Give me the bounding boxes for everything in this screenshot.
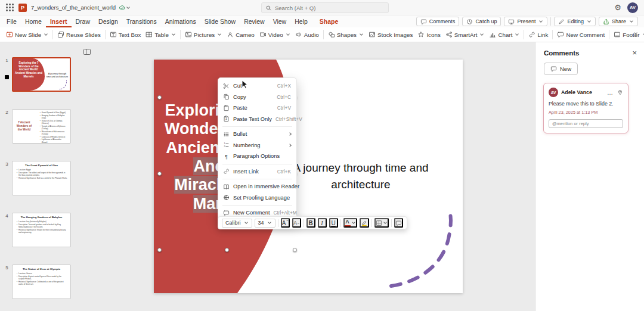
selection-handle[interactable] — [157, 95, 162, 99]
ribbon-group-divider — [524, 30, 524, 39]
ribbon-button-label: Reuse Slides — [66, 32, 101, 38]
comment-reply-input[interactable] — [549, 119, 623, 128]
slide-thumbnail-2[interactable]: 7 Ancient Wonders of the WorldGreat Pyra… — [12, 109, 71, 144]
powerpoint-icon[interactable]: P — [18, 4, 27, 12]
context-menu-item-paragraph-options[interactable]: ¶Paragraph Options — [218, 151, 296, 162]
ribbon-button-new-comment[interactable]: New Comment — [555, 29, 607, 41]
menu-tab-design[interactable]: Design — [94, 15, 122, 27]
slide-subtitle-textbox[interactable]: A journey through time and architecture — [280, 160, 441, 192]
filename-chevron-icon[interactable] — [126, 5, 130, 9]
catch-up-button[interactable]: Catch up — [462, 17, 501, 26]
comment-card[interactable]: AV Adele Vance … Please move this to Sli… — [543, 83, 628, 133]
context-menu-item-paste-text-only[interactable]: APaste Text OnlyCtrl+Shift+V — [218, 114, 296, 125]
bold-button[interactable]: B — [306, 218, 315, 228]
settings-gear-icon[interactable]: ⚙ — [614, 4, 621, 11]
share-button[interactable]: Share — [599, 17, 638, 26]
menu-tab-transitions[interactable]: Transitions — [122, 15, 161, 27]
app-launcher-icon[interactable] — [6, 4, 14, 11]
ribbon-button-table[interactable]: Table — [143, 29, 178, 41]
present-button[interactable]: Present — [504, 17, 547, 26]
comment-more-options-icon[interactable]: … — [606, 91, 614, 94]
grow-font-button[interactable]: A^ — [281, 218, 290, 228]
selection-handle[interactable] — [157, 172, 162, 176]
ribbon-button-audio[interactable]: Audio — [293, 29, 321, 41]
close-comments-icon[interactable]: × — [632, 49, 637, 57]
shortcut-label: Ctrl+Shift+V — [275, 116, 302, 122]
menu-tab-file[interactable]: File — [2, 15, 21, 27]
shrink-font-button[interactable]: A^ — [292, 218, 301, 228]
thumb-purple-arc — [59, 80, 67, 89]
editing-mode-button[interactable]: Editing — [554, 17, 596, 26]
thumb-title: The Hanging Gardens of Babylon — [13, 213, 70, 219]
dropdown-chevron-icon — [360, 32, 363, 36]
slide-canvas[interactable]: Exploring the 7 Wonders of the Ancient W… — [154, 60, 463, 293]
ribbon-button-reuse-slides[interactable]: Reuse Slides — [55, 29, 103, 41]
new-comment-button[interactable]: New — [544, 63, 578, 75]
context-menu-item-open-in-immersive-reader[interactable]: Open in Immersive Reader — [218, 181, 296, 192]
context-menu-item-numbering[interactable]: 12Numbering — [218, 140, 296, 151]
font-name-select[interactable]: Calibri — [222, 219, 252, 228]
slide-thumbnail-1[interactable]: Exploring the 7 Wonders of the Ancient W… — [12, 57, 71, 92]
font-color-button[interactable]: A — [343, 218, 357, 228]
ribbon-button-label: SmartArt — [454, 32, 478, 38]
search-input[interactable] — [275, 5, 376, 11]
selection-handle[interactable] — [157, 248, 162, 252]
context-menu-divider — [222, 126, 292, 127]
add-comment-button[interactable] — [394, 218, 403, 228]
context-menu-item-paste[interactable]: PasteCtrl+V — [218, 102, 296, 114]
context-menu-item-copy[interactable]: CopyCtrl+C — [218, 92, 296, 103]
font-size-select[interactable]: 34 — [255, 219, 275, 228]
menu-tab-help[interactable]: Help — [290, 15, 312, 27]
ribbon-button-pictures[interactable]: Pictures — [182, 29, 224, 41]
context-menu-item-set-proofing-language[interactable]: Set Proofing Language — [218, 192, 296, 204]
ribbon-button-label: Icons — [426, 32, 440, 38]
pictures-icon — [185, 31, 192, 38]
menu-tab-insert[interactable]: Insert — [46, 15, 72, 27]
ribbon-button-link[interactable]: Link — [526, 29, 550, 41]
ribbon-button-smartart[interactable]: SmartArt — [443, 29, 487, 41]
highlighter-button[interactable] — [360, 218, 369, 228]
italic-button[interactable]: I — [318, 218, 327, 228]
context-menu-item-insert-link[interactable]: Insert LinkCtrl+K — [218, 166, 296, 178]
ribbon-button-footer[interactable]: Footer — [611, 29, 644, 41]
ribbon-button-new-slide[interactable]: New Slide — [4, 29, 51, 41]
cameo-icon — [227, 31, 234, 38]
comments-button[interactable]: Comments — [416, 17, 460, 26]
menu-tab-review[interactable]: Review — [240, 15, 268, 27]
menu-tab-view[interactable]: View — [269, 15, 291, 27]
catch-up-button-label: Catch up — [475, 18, 497, 24]
ribbon-button-icons[interactable]: Icons — [415, 29, 442, 41]
new-comment-button-label: New — [560, 66, 571, 72]
ribbon-button-shapes[interactable]: Shapes — [326, 29, 366, 41]
underline-button[interactable]: U — [329, 218, 338, 228]
search-box[interactable] — [261, 2, 389, 13]
context-menu-item-bullet[interactable]: Bullet — [218, 129, 296, 140]
ribbon-button-text-box[interactable]: Text Box — [107, 29, 144, 41]
menu-tab-draw[interactable]: Draw — [72, 15, 95, 27]
context-menu-item-label: Set Proofing Language — [233, 195, 291, 201]
selection-handle[interactable] — [225, 248, 229, 252]
context-menu-item-cut[interactable]: CutCtrl+X — [218, 80, 296, 92]
comment-anchor-pin-icon[interactable] — [617, 89, 623, 95]
selection-handle[interactable] — [293, 248, 297, 252]
ribbon-button-stock-images[interactable]: Stock Images — [366, 29, 415, 41]
slide-thumbnail-4[interactable]: The Hanging Gardens of BabylonLocation: … — [12, 213, 71, 247]
slide-thumbnail-5[interactable]: The Statue of Zeus at OlympiaLocation: G… — [12, 265, 71, 299]
svg-text:1: 1 — [224, 143, 225, 145]
menu-tab-slide-show[interactable]: Slide Show — [200, 15, 240, 27]
slide-thumbnail-3[interactable]: The Great Pyramid of GizaLocation: Egypt… — [12, 161, 71, 195]
ribbon-button-label: Chart — [498, 32, 512, 38]
menu-tab-shape[interactable]: Shape — [315, 15, 343, 27]
ribbon-button-chart[interactable]: Chart — [487, 29, 522, 41]
menu-tab-animations[interactable]: Animations — [161, 15, 200, 27]
ribbon-button-cameo[interactable]: Cameo — [224, 29, 257, 41]
thumbnail-pane-toggle-icon[interactable] — [83, 49, 91, 55]
context-menu-divider — [222, 164, 292, 164]
table-borders-button[interactable] — [374, 218, 389, 228]
ribbon-button-video[interactable]: Video — [257, 29, 293, 41]
menu-tab-home[interactable]: Home — [21, 15, 46, 27]
thumb-title: 7 Ancient Wonders of the World — [14, 121, 34, 132]
user-avatar[interactable]: AV — [627, 2, 638, 13]
ribbon-group-divider — [52, 30, 53, 39]
document-title[interactable]: 7_wonders_of_the_ancient_world — [31, 4, 116, 11]
